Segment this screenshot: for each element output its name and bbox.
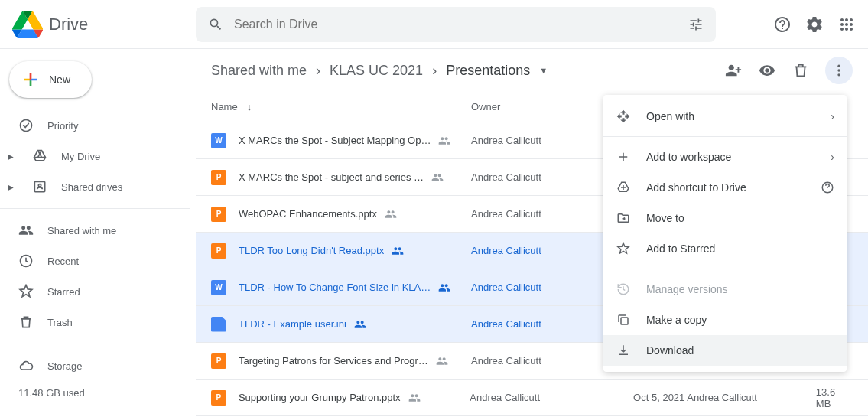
file-icon [211, 317, 226, 332]
star-icon [616, 241, 631, 256]
sidebar-label: Shared with me [47, 225, 116, 236]
logo-area: Drive [12, 9, 196, 40]
shared-icon [408, 392, 421, 404]
menu-label: Add to workspace [646, 151, 731, 163]
menu-add-workspace[interactable]: Add to workspace› [603, 142, 847, 172]
sidebar-item-trash[interactable]: Trash [0, 307, 190, 337]
chevron-right-icon[interactable]: ▶ [8, 183, 15, 191]
menu-label: Add shortcut to Drive [646, 181, 746, 194]
file-owner: Andrea Callicutt [470, 392, 633, 403]
menu-label: Manage versions [646, 283, 728, 295]
file-name: TLDR Too Long Didn't Read.pptx [239, 245, 471, 257]
share-icon[interactable] [724, 61, 743, 80]
svg-rect-8 [621, 318, 628, 324]
star-icon [18, 284, 34, 299]
menu-download[interactable]: Download [603, 335, 847, 366]
clock-icon [18, 253, 34, 269]
main-content: Shared with me › KLAS UC 2021 › Presenta… [196, 49, 868, 417]
file-icon: P [211, 353, 226, 369]
chevron-right-icon: › [831, 151, 834, 163]
file-icon: P [211, 207, 226, 222]
people-icon [18, 223, 34, 238]
breadcrumb-item[interactable]: KLAS UC 2021 [330, 63, 423, 79]
menu-label: Download [646, 344, 694, 357]
more-button[interactable] [825, 57, 853, 84]
file-name: TLDR - Example user.ini [239, 318, 471, 331]
search-input[interactable] [234, 18, 687, 31]
settings-icon[interactable] [805, 15, 824, 34]
sidebar-label: Shared drives [61, 181, 122, 193]
sidebar-label: Priority [47, 120, 78, 132]
menu-make-copy[interactable]: Make a copy [603, 305, 847, 335]
sidebar-item-mydrive[interactable]: ▶My Drive [0, 141, 190, 171]
sidebar-item-sharedwithme[interactable]: Shared with me [0, 215, 190, 246]
chevron-right-icon: › [831, 110, 834, 122]
header-icons [773, 15, 856, 34]
shared-icon [438, 135, 450, 147]
menu-manage-versions: Manage versions [603, 274, 847, 305]
delete-icon[interactable] [792, 61, 810, 80]
chevron-right-icon[interactable]: ▶ [8, 152, 15, 161]
file-icon: W [211, 133, 226, 148]
menu-move-to[interactable]: Move to [603, 203, 847, 233]
sidebar-item-storage[interactable]: Storage [0, 350, 190, 381]
col-name[interactable]: Name [211, 101, 238, 112]
add-icon [616, 149, 631, 165]
chevron-right-icon: › [432, 63, 437, 79]
copy-icon [616, 312, 631, 327]
shared-icon [431, 171, 444, 184]
dropdown-icon[interactable]: ▼ [539, 66, 548, 75]
svg-point-0 [21, 120, 32, 132]
mydrive-icon [32, 148, 47, 164]
shared-icon [392, 245, 404, 257]
history-icon [616, 282, 631, 297]
shortcut-icon [616, 180, 631, 195]
download-icon [616, 343, 631, 358]
sidebar-label: Recent [47, 256, 79, 267]
file-name: X MARCs the Spot - subject and series … [239, 171, 471, 184]
sidebar-item-recent[interactable]: Recent [0, 246, 190, 276]
help-icon[interactable] [773, 15, 792, 34]
sidebar-label: Trash [47, 317, 73, 328]
sidebar-item-shareddrives[interactable]: ▶Shared drives [0, 171, 190, 202]
shared-icon [436, 355, 448, 367]
search-options-icon[interactable] [687, 15, 705, 34]
menu-label: Make a copy [646, 314, 707, 326]
folder-move-icon [616, 210, 631, 226]
apps-icon[interactable] [837, 15, 856, 34]
svg-point-2 [38, 184, 41, 187]
menu-add-shortcut[interactable]: Add shortcut to Drive [603, 172, 847, 203]
file-name: TLDR - How To Change Font Size in KLA… [239, 282, 471, 294]
sidebar-item-priority[interactable]: Priority [0, 110, 190, 141]
file-row[interactable]: PSupporting your Grumpy Patron.pptxAndre… [196, 380, 868, 416]
sidebar-label: Storage [47, 360, 83, 372]
separator [0, 344, 190, 344]
breadcrumb-current[interactable]: Presentations [446, 63, 530, 79]
cloud-icon [18, 358, 34, 373]
breadcrumb-item[interactable]: Shared with me [211, 63, 307, 79]
svg-point-6 [837, 73, 840, 76]
file-name: X MARCs the Spot - Subject Mapping Op… [239, 135, 471, 147]
sort-arrow-icon[interactable]: ↓ [247, 101, 252, 112]
search-bar[interactable] [196, 7, 716, 42]
priority-icon [18, 118, 34, 133]
preview-icon[interactable] [758, 61, 776, 80]
shared-icon [354, 318, 366, 331]
menu-label: Open with [646, 110, 694, 122]
sidebar-item-starred[interactable]: Starred [0, 276, 190, 307]
menu-label: Move to [646, 212, 684, 224]
menu-label: Add to Starred [646, 243, 715, 255]
chevron-right-icon: › [316, 63, 320, 79]
new-button[interactable]: New [9, 61, 92, 98]
menu-open-with[interactable]: Open with› [603, 101, 847, 132]
file-icon: W [211, 280, 226, 295]
menu-add-starred[interactable]: Add to Starred [603, 233, 847, 264]
help-icon [821, 181, 834, 194]
file-icon: P [211, 170, 226, 185]
separator [0, 208, 190, 209]
sidebar-label: Starred [47, 286, 80, 298]
trash-icon [18, 314, 34, 330]
sidebar: New Priority ▶My Drive ▶Shared drives Sh… [0, 49, 196, 417]
search-icon [206, 15, 225, 34]
sidebar-label: My Drive [61, 151, 100, 162]
